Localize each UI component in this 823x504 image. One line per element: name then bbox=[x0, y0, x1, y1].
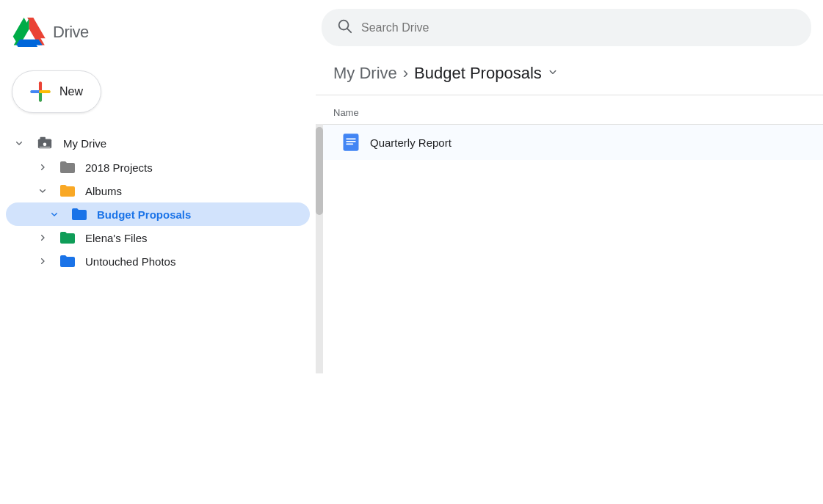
search-icon bbox=[336, 18, 352, 37]
doc-icon bbox=[341, 132, 361, 153]
sidebar-item-label: Budget Proposals bbox=[97, 208, 191, 221]
nav-tree: My Drive 2018 Projects Albums bbox=[0, 131, 316, 273]
file-name: Quarterly Report bbox=[370, 136, 452, 149]
sidebar-item-budget-proposals[interactable]: Budget Proposals bbox=[6, 202, 310, 226]
sidebar-item-elenas-files[interactable]: Elena's Files bbox=[6, 226, 310, 249]
breadcrumb-separator: › bbox=[403, 64, 408, 83]
content-header: Name bbox=[316, 101, 823, 124]
folder-icon bbox=[59, 160, 76, 175]
search-bar[interactable] bbox=[322, 9, 811, 46]
chevron-down-icon[interactable] bbox=[546, 65, 559, 82]
scrollbar-thumb[interactable] bbox=[316, 127, 323, 215]
sidebar-item-label: Elena's Files bbox=[85, 232, 148, 244]
folder-icon bbox=[70, 207, 88, 222]
main-content: My Drive › Budget Proposals Name bbox=[316, 0, 823, 504]
sidebar-item-albums[interactable]: Albums bbox=[6, 179, 310, 202]
column-name-header: Name bbox=[333, 107, 359, 118]
files-list: Quarterly Report bbox=[323, 124, 823, 504]
breadcrumb-current-label: Budget Proposals bbox=[414, 64, 542, 83]
folder-icon bbox=[59, 230, 76, 245]
new-button[interactable]: New bbox=[12, 70, 101, 113]
svg-rect-10 bbox=[40, 137, 46, 140]
breadcrumb: My Drive › Budget Proposals bbox=[316, 55, 823, 89]
chevron-down-icon bbox=[12, 136, 26, 150]
sidebar-item-label: 2018 Projects bbox=[85, 161, 153, 174]
sidebar-item-untouched-photos[interactable]: Untouched Photos bbox=[6, 249, 310, 273]
drive-logo-icon bbox=[12, 18, 47, 47]
folder-icon bbox=[59, 254, 76, 269]
table-row[interactable]: Quarterly Report bbox=[323, 124, 823, 160]
sidebar-item-label: Untouched Photos bbox=[85, 255, 175, 268]
breadcrumb-parent[interactable]: My Drive bbox=[333, 64, 397, 83]
chevron-down-icon bbox=[47, 207, 62, 222]
new-button-label: New bbox=[59, 85, 83, 98]
sidebar-item-2018-projects[interactable]: 2018 Projects bbox=[6, 156, 310, 179]
chevron-down-icon bbox=[35, 183, 50, 198]
sidebar-item-label: Albums bbox=[85, 185, 122, 197]
divider bbox=[316, 95, 823, 95]
svg-rect-14 bbox=[344, 134, 359, 150]
folder-icon bbox=[59, 183, 76, 198]
breadcrumb-current[interactable]: Budget Proposals bbox=[414, 64, 559, 83]
search-input[interactable] bbox=[361, 21, 797, 34]
my-drive-label: My Drive bbox=[63, 137, 106, 150]
logo-area: Drive bbox=[0, 12, 316, 65]
chevron-right-icon bbox=[35, 230, 50, 245]
content-area: Quarterly Report bbox=[316, 124, 823, 504]
my-drive-icon bbox=[35, 135, 54, 151]
chevron-right-icon bbox=[35, 254, 50, 269]
logo-text: Drive bbox=[53, 23, 89, 42]
svg-point-11 bbox=[43, 143, 47, 147]
sidebar: Drive New My Drive bbox=[0, 0, 316, 504]
svg-line-13 bbox=[347, 29, 351, 32]
plus-icon bbox=[30, 81, 51, 102]
scrollbar-track[interactable] bbox=[316, 124, 323, 373]
chevron-right-icon bbox=[35, 160, 50, 175]
svg-marker-2 bbox=[16, 40, 43, 45]
sidebar-item-my-drive[interactable]: My Drive bbox=[6, 131, 310, 156]
